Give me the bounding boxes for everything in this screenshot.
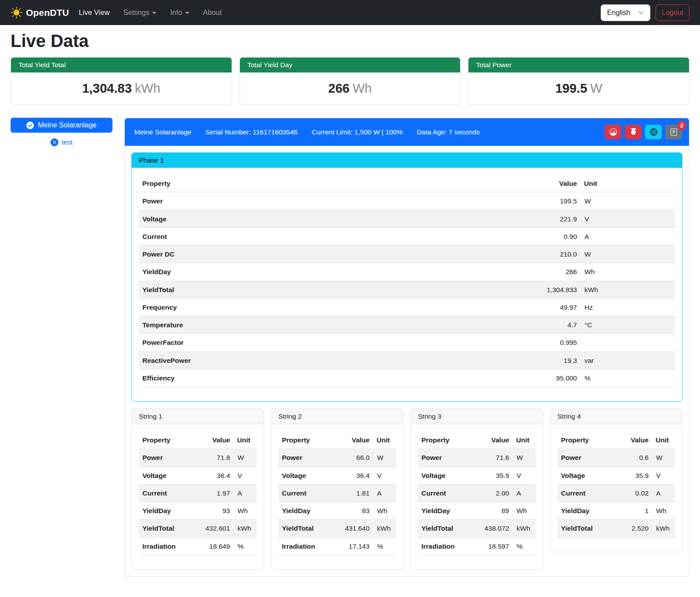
table-row: YieldTotal 431.640 kWh [279, 520, 396, 537]
property-cell: Voltage [558, 467, 615, 484]
unit-cell: V [234, 467, 257, 484]
language-select[interactable]: English [601, 4, 650, 21]
nav-info-label: Info [170, 8, 182, 17]
property-cell: YieldDay [279, 502, 332, 520]
value-cell: 49.97 [403, 298, 580, 316]
unit-cell: kWh [373, 520, 396, 537]
brand-label: OpenDTU [26, 7, 69, 18]
table-row: Power 0.6 W [558, 449, 675, 467]
value-cell: 35.9 [615, 467, 652, 484]
unit-cell: A [580, 228, 675, 245]
value-cell: 18.649 [192, 537, 234, 555]
value-cell: 95.000 [403, 369, 580, 387]
unit-cell: W [580, 246, 675, 263]
total-power-value: 199.5 [555, 81, 588, 95]
power-icon [630, 128, 637, 136]
nav-about[interactable]: About [203, 8, 222, 17]
property-cell: YieldDay [418, 502, 471, 520]
table-row: Power 71.8 W [139, 449, 257, 467]
string-3-header: String 3 [411, 409, 543, 424]
sidebar-item-meine-solaranlage[interactable]: Meine Solaranlage [11, 118, 112, 133]
unit-cell: V [652, 467, 675, 484]
value-cell: 83 [331, 502, 373, 520]
unit-cell: V [373, 467, 396, 484]
unit-cell: V [580, 210, 675, 228]
table-row: Irradiation 17.143 % [279, 537, 396, 555]
col-header-unit: Unit [373, 431, 396, 449]
col-header-property: Property [139, 431, 192, 449]
table-row: Voltage 35.9 V [418, 467, 536, 484]
property-cell: Current [139, 228, 403, 245]
unit-cell: °C [580, 316, 675, 334]
top-navbar: OpenDTU Live View Settings Info About En… [0, 0, 700, 25]
nav-info[interactable]: Info [170, 8, 189, 17]
value-cell: 266 [403, 263, 580, 281]
value-cell: 71.6 [471, 449, 513, 467]
string-4-header: String 4 [551, 409, 682, 424]
unit-cell: % [513, 537, 536, 555]
limit-settings-button[interactable] [605, 125, 621, 139]
property-cell: Power [139, 449, 192, 467]
property-cell: Current [139, 484, 192, 502]
unit-cell: Wh [373, 502, 396, 520]
inverter-panel-header: Meine Solaranlage Serial Number: 1161716… [125, 118, 689, 146]
property-cell: YieldTotal [418, 520, 471, 537]
value-cell: 36.4 [331, 467, 373, 484]
string-2-header: String 2 [272, 409, 403, 424]
table-row: Power 199.5 W [139, 192, 675, 210]
value-cell: 18.597 [471, 537, 513, 555]
property-cell: YieldTotal [279, 520, 332, 537]
event-log-button[interactable]: 2 [665, 125, 682, 139]
nav-live-view[interactable]: Live View [79, 8, 109, 17]
brand[interactable]: OpenDTU [11, 7, 69, 18]
sidebar-item-label: test [62, 138, 73, 146]
property-cell: Power [418, 449, 471, 467]
navbar-right: English Logout [601, 4, 689, 21]
speedometer-icon [609, 128, 617, 136]
total-yield-day-value: 266 [328, 81, 349, 95]
table-row: YieldTotal 438.072 kWh [418, 520, 536, 537]
card-header: Total Power [468, 58, 689, 72]
property-cell: Voltage [139, 210, 403, 228]
unit-cell: kWh [513, 520, 536, 537]
restart-device-button[interactable] [645, 125, 662, 139]
inverter-panel: Meine Solaranlage Serial Number: 1161716… [124, 118, 689, 577]
inverter-data-age: Data Age: 7 seconds [417, 128, 480, 136]
table-row: YieldTotal 2.520 kWh [558, 520, 675, 537]
nav-settings[interactable]: Settings [123, 8, 157, 17]
property-cell: Power [279, 449, 332, 467]
journal-text-icon [670, 128, 678, 136]
unit-cell: W [513, 449, 536, 467]
unit-cell: kWh [234, 520, 257, 537]
value-cell: 17.143 [331, 537, 373, 555]
property-cell: YieldDay [139, 502, 192, 520]
table-row: YieldDay 93 Wh [139, 502, 257, 520]
value-cell: 438.072 [471, 520, 513, 537]
sidebar-item-test[interactable]: test [11, 138, 112, 146]
caret-down-icon [185, 12, 189, 14]
property-cell: YieldDay [558, 502, 615, 520]
table-row: Power 66.0 W [279, 449, 396, 467]
property-cell: Temperature [139, 316, 403, 334]
table-row: Power DC 210.0 W [139, 246, 675, 263]
check-circle-icon [26, 122, 34, 129]
table-row: Efficiency 95.000 % [139, 369, 675, 387]
property-cell: YieldTotal [139, 520, 192, 537]
logout-button[interactable]: Logout [656, 4, 689, 21]
table-row: Power 71.6 W [418, 449, 536, 467]
value-cell: 1.97 [192, 484, 234, 502]
sidebar-item-label: Meine Solaranlage [38, 121, 96, 129]
inverter-limit: Current Limit: 1,500 W | 100% [312, 128, 403, 136]
power-toggle-button[interactable] [625, 125, 642, 139]
value-cell: 4.7 [403, 316, 580, 334]
col-header-property: Property [279, 431, 332, 449]
unit-cell: kWh [652, 520, 675, 537]
value-cell: 0.02 [615, 484, 652, 502]
value-cell: 2.520 [615, 520, 652, 537]
property-cell: Current [279, 484, 332, 502]
table-header-row: Property Value Unit [139, 175, 675, 192]
table-row: Temperature 4.7 °C [139, 316, 675, 334]
value-cell: 0.6 [615, 449, 652, 467]
property-cell: Irradiation [279, 537, 332, 555]
cpu-icon [650, 128, 657, 136]
